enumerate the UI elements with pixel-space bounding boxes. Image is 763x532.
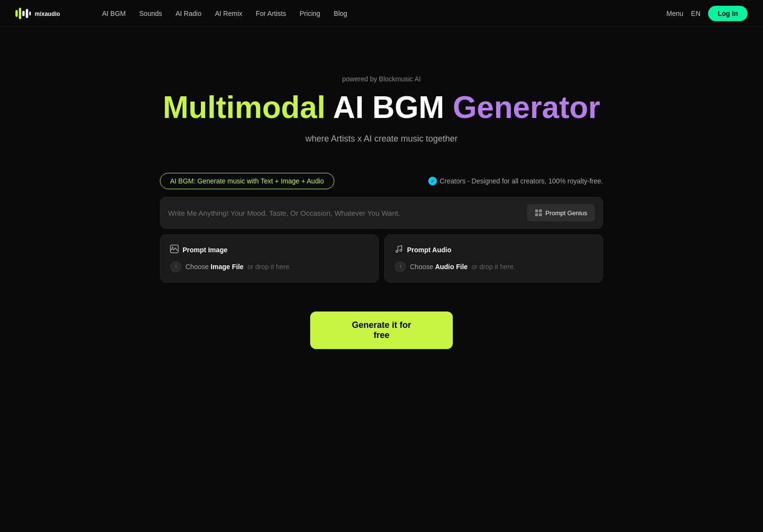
svg-point-12 <box>396 250 398 252</box>
svg-rect-2 <box>22 11 25 16</box>
image-drop-text: or drop it here. <box>248 263 291 271</box>
nav-links: AI BGM Sounds AI Radio AI Remix For Arti… <box>97 7 667 20</box>
text-input-wrapper[interactable]: Prompt Genius <box>160 197 603 229</box>
svg-rect-3 <box>26 9 28 18</box>
title-ai-bgm: AI BGM <box>326 90 453 125</box>
image-card-header: Prompt Image <box>170 245 368 255</box>
svg-rect-1 <box>19 8 21 19</box>
creators-text: Creators - Designed for all creators, 10… <box>440 177 603 185</box>
image-choose-text: Choose Image File <box>185 263 244 271</box>
svg-rect-6 <box>535 209 538 212</box>
audio-card-icon <box>395 245 403 255</box>
language-selector[interactable]: EN <box>691 10 700 17</box>
mixaudio-wordmark: mixaudio <box>35 9 78 18</box>
nav-link-ai-remix[interactable]: AI Remix <box>210 7 247 20</box>
image-upload-card[interactable]: Prompt Image ↑ Choose Image File or drop… <box>160 234 379 283</box>
svg-rect-8 <box>535 213 538 216</box>
nav-link-ai-bgm[interactable]: AI BGM <box>97 7 131 20</box>
audio-choose-text: Choose Audio File <box>410 263 468 271</box>
image-card-title: Prompt Image <box>183 246 227 254</box>
svg-rect-0 <box>15 10 18 16</box>
nav-link-for-artists[interactable]: For Artists <box>251 7 291 20</box>
creators-icon: ✓ <box>428 177 437 185</box>
audio-card-header: Prompt Audio <box>395 245 593 255</box>
title-generator: Generator <box>453 90 600 125</box>
nav-link-blog[interactable]: Blog <box>329 7 352 20</box>
login-button[interactable]: Log In <box>708 6 748 21</box>
menu-label[interactable]: Menu <box>667 10 684 17</box>
image-card-icon <box>170 245 179 255</box>
image-upload-icon: ↑ <box>170 261 182 272</box>
audio-upload-icon: ↑ <box>395 261 406 272</box>
svg-text:mixaudio: mixaudio <box>35 10 60 17</box>
file-upload-row: Prompt Image ↑ Choose Image File or drop… <box>160 234 603 283</box>
nav-right: Menu EN Log In <box>667 6 748 21</box>
audio-card-title: Prompt Audio <box>407 246 451 254</box>
svg-point-13 <box>400 249 402 251</box>
audio-drop-text: or drop it here. <box>472 263 515 271</box>
controls-area: AI BGM: Generate music with Text + Image… <box>160 173 603 311</box>
powered-by-text: powered by Blockmusic AI <box>342 75 421 83</box>
audio-upload-card[interactable]: Prompt Audio ↑ Choose Audio File or drop… <box>384 234 603 283</box>
text-prompt-input[interactable] <box>168 209 527 217</box>
nav-link-ai-radio[interactable]: AI Radio <box>171 7 207 20</box>
audio-card-body: ↑ Choose Audio File or drop it here. <box>395 261 593 272</box>
prompt-genius-button[interactable]: Prompt Genius <box>527 204 595 221</box>
generate-button[interactable]: Generate it for free <box>310 311 453 349</box>
hero-section: powered by Blockmusic AI Multimodal AI B… <box>0 27 763 349</box>
navbar: mixaudio AI BGM Sounds AI Radio AI Remix… <box>0 0 763 27</box>
svg-rect-7 <box>539 209 542 212</box>
logo-icon <box>15 7 31 20</box>
nav-link-sounds[interactable]: Sounds <box>134 7 167 20</box>
svg-point-11 <box>172 247 173 248</box>
svg-rect-9 <box>539 213 542 216</box>
logo-link[interactable]: mixaudio <box>15 7 78 20</box>
controls-top-row: AI BGM: Generate music with Text + Image… <box>160 173 603 189</box>
title-multimodal: Multimodal <box>163 90 326 125</box>
badge-bgm: AI BGM: Generate music with Text + Image… <box>160 173 334 189</box>
image-card-body: ↑ Choose Image File or drop it here. <box>170 261 368 272</box>
hero-title: Multimodal AI BGM Generator <box>163 91 600 124</box>
prompt-genius-icon <box>535 209 542 217</box>
nav-link-pricing[interactable]: Pricing <box>295 7 325 20</box>
badge-creators: ✓ Creators - Designed for all creators, … <box>428 177 603 185</box>
svg-rect-4 <box>29 12 31 15</box>
hero-subtitle: where Artists x AI create music together <box>305 134 458 144</box>
